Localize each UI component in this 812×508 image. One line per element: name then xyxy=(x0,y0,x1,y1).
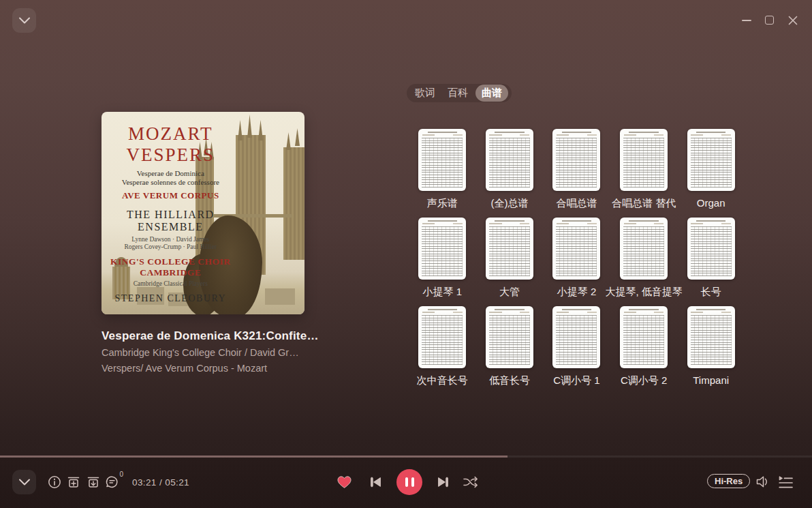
download-icon xyxy=(87,475,100,489)
maximize-icon xyxy=(765,16,774,25)
cover-choir: KING'S COLLEGE CHOIR xyxy=(108,256,234,267)
sheet-thumbnail[interactable] xyxy=(486,306,533,368)
score-label: Timpani xyxy=(693,374,729,386)
info-icon xyxy=(48,475,61,489)
score-label: (全)总谱 xyxy=(490,197,528,210)
score-item[interactable]: 小提琴 1 xyxy=(409,218,476,306)
cover-art-shape xyxy=(247,115,252,138)
comment-count-badge: 0 xyxy=(119,470,123,478)
cover-composer: MOZART xyxy=(108,123,234,145)
tab-lyrics[interactable]: 歌词 xyxy=(410,85,440,102)
score-label: 大管 xyxy=(499,286,520,299)
comments-button[interactable]: 0 xyxy=(105,475,119,489)
cover-subtitle: Vesperae de Dominica xyxy=(108,169,234,177)
window-controls xyxy=(740,14,798,26)
cover-soloists: Rogers Covey-Crump · Paul Hillier xyxy=(108,243,234,250)
cover-choir: CAMBRIDGE xyxy=(108,267,234,278)
cover-art-shape xyxy=(265,288,295,305)
sheet-thumbnail[interactable] xyxy=(687,218,735,280)
previous-button[interactable] xyxy=(369,476,382,488)
cover-soloists: Lynne Dawson · David James xyxy=(108,236,234,243)
volume-button[interactable] xyxy=(755,474,770,490)
sheet-thumbnail[interactable] xyxy=(418,129,466,191)
score-item[interactable]: 合唱总谱 替代 xyxy=(610,129,678,218)
sheet-thumbnail[interactable] xyxy=(486,129,533,191)
cover-text-block: MOZART VESPERS Vesperae de Dominica Vesp… xyxy=(108,123,234,304)
sheet-thumbnail[interactable] xyxy=(552,306,600,368)
score-label: C调小号 2 xyxy=(621,374,667,387)
score-item[interactable]: (全)总谱 xyxy=(476,129,544,218)
cover-subtitle: Vesperae solennes de confessore xyxy=(108,178,234,186)
close-button[interactable] xyxy=(787,14,798,26)
progress-bar[interactable] xyxy=(0,455,812,458)
score-item[interactable]: 长号 xyxy=(677,218,745,306)
collapse-player-button[interactable] xyxy=(12,470,36,494)
track-title: Vesperae de Domenica K321:Confite… xyxy=(102,329,326,343)
shuffle-icon xyxy=(463,476,479,489)
tab-sheet-music[interactable]: 曲谱 xyxy=(475,85,508,102)
sheet-thumbnail[interactable] xyxy=(687,129,735,191)
cover-art-shape xyxy=(295,128,300,146)
score-label: 大提琴, 低音提琴 xyxy=(605,286,682,299)
score-item[interactable]: C调小号 1 xyxy=(543,306,610,395)
playlist-icon xyxy=(778,475,794,489)
sheet-thumbnail[interactable] xyxy=(620,218,668,280)
score-item[interactable]: Organ xyxy=(677,129,745,218)
cover-conductor: STEPHEN CLEOBURY xyxy=(108,293,234,304)
score-item[interactable]: 声乐谱 xyxy=(409,129,476,218)
score-item[interactable]: 小提琴 2 xyxy=(543,218,610,306)
next-button[interactable] xyxy=(437,476,450,488)
pause-button[interactable] xyxy=(396,469,422,495)
sheet-thumbnail[interactable] xyxy=(418,218,466,280)
sheet-thumbnail[interactable] xyxy=(552,129,600,191)
cover-art-shape xyxy=(258,120,263,140)
sheet-thumbnail[interactable] xyxy=(687,306,735,368)
heart-icon xyxy=(337,475,352,489)
score-item[interactable]: 低音长号 xyxy=(476,306,544,395)
shuffle-button[interactable] xyxy=(463,476,479,489)
score-item[interactable]: 合唱总谱 xyxy=(543,129,610,218)
score-item[interactable]: 次中音长号 xyxy=(409,306,476,395)
hires-badge[interactable]: Hi-Res xyxy=(707,474,750,488)
score-item[interactable]: Timpani xyxy=(677,306,745,395)
score-grid: 声乐谱 (全)总谱 合唱总谱 合唱总谱 替代 Organ 小提琴 1 大管 小提… xyxy=(409,129,745,395)
score-label: 长号 xyxy=(701,286,721,299)
pause-icon xyxy=(405,477,408,487)
minimize-button[interactable] xyxy=(740,14,752,26)
tab-wiki[interactable]: 百科 xyxy=(443,85,473,102)
collapse-button[interactable] xyxy=(12,8,36,33)
download-button[interactable] xyxy=(87,475,100,489)
skip-next-icon xyxy=(437,476,450,488)
chevron-down-icon xyxy=(18,16,31,25)
score-item[interactable]: C调小号 2 xyxy=(610,306,678,395)
score-label: 合唱总谱 替代 xyxy=(612,197,676,210)
score-label: C调小号 1 xyxy=(553,374,599,387)
close-icon xyxy=(787,15,798,26)
sheet-thumbnail[interactable] xyxy=(620,306,668,368)
score-item[interactable]: 大提琴, 低音提琴 xyxy=(610,218,678,306)
track-album: Verspers/ Ave Verum Corpus - Mozart xyxy=(102,363,326,374)
sheet-thumbnail[interactable] xyxy=(620,129,668,191)
score-label: 合唱总谱 xyxy=(556,197,597,210)
play-queue-button[interactable] xyxy=(778,475,794,489)
track-artists: Cambridge King's College Choir / David G… xyxy=(102,347,326,358)
like-button[interactable] xyxy=(337,475,352,489)
cover-art-shape xyxy=(286,132,291,150)
cover-art-shape xyxy=(283,147,304,260)
minimize-icon xyxy=(742,20,751,21)
score-label: 声乐谱 xyxy=(427,197,458,210)
add-to-playlist-button[interactable] xyxy=(67,475,80,489)
sheet-thumbnail[interactable] xyxy=(552,218,600,280)
score-label: 次中音长号 xyxy=(417,374,468,387)
speaker-icon xyxy=(755,474,770,490)
comment-icon xyxy=(105,475,119,489)
track-info-button[interactable] xyxy=(48,475,61,489)
time-display: 03:21 / 05:21 xyxy=(132,477,189,488)
collect-add-icon xyxy=(67,475,80,489)
sheet-thumbnail[interactable] xyxy=(486,218,533,280)
cover-art-shape xyxy=(238,120,243,140)
score-label: Organ xyxy=(697,197,725,209)
maximize-button[interactable] xyxy=(764,14,775,26)
score-item[interactable]: 大管 xyxy=(476,218,544,306)
sheet-thumbnail[interactable] xyxy=(418,306,466,368)
